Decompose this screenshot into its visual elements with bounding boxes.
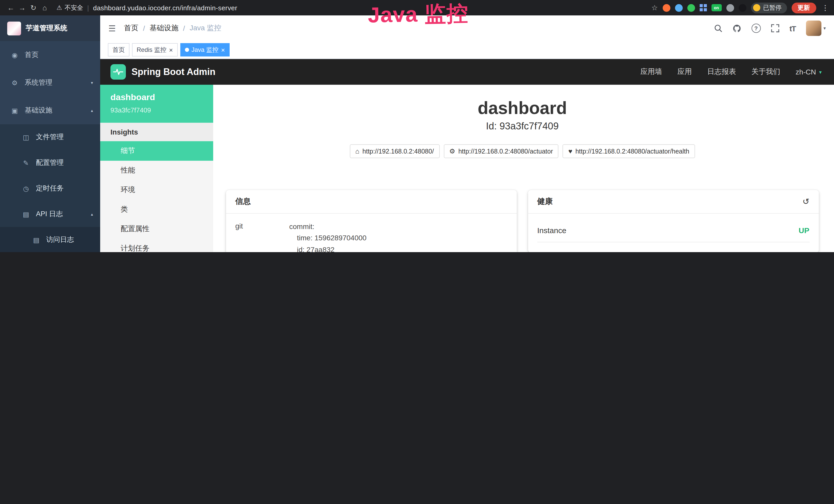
breadcrumb-home[interactable]: 首页 bbox=[124, 24, 138, 33]
sba-nav-journal[interactable]: 日志报表 bbox=[707, 67, 736, 76]
tab-label: Java 监控 bbox=[191, 45, 218, 54]
sidebar-item-api-log[interactable]: ▤ API 日志 ▴ bbox=[0, 201, 100, 227]
sidebar-item-system[interactable]: ⚙ 系统管理 ▾ bbox=[0, 69, 100, 96]
forward-icon[interactable]: → bbox=[17, 4, 28, 12]
close-icon[interactable]: × bbox=[169, 46, 173, 53]
breadcrumb: 首页 / 基础设施 / Java 监控 bbox=[124, 24, 221, 33]
instance-id: 93a3fc7f7409 bbox=[110, 106, 203, 114]
monitor-icon: ▣ bbox=[10, 107, 19, 114]
extension-grid-icon[interactable] bbox=[699, 4, 707, 11]
font-size-icon[interactable]: tT bbox=[790, 24, 796, 32]
active-dot bbox=[185, 48, 189, 52]
chevron-up-icon: ▴ bbox=[91, 108, 93, 113]
browser-menu-icon[interactable]: ⋮ bbox=[822, 4, 829, 12]
fullscreen-icon[interactable] bbox=[771, 24, 779, 32]
tab-home[interactable]: 首页 bbox=[108, 43, 129, 56]
back-icon[interactable]: ← bbox=[5, 4, 17, 12]
sidebar-item-label: 系统管理 bbox=[25, 78, 52, 87]
update-button[interactable]: 更新 bbox=[791, 2, 816, 13]
warning-icon: ⚠ bbox=[57, 4, 62, 11]
sba-item-metrics[interactable]: 性能 bbox=[100, 161, 213, 180]
extension-on-badge[interactable]: on bbox=[711, 4, 722, 11]
tab-redis-monitor[interactable]: Redis 监控 × bbox=[132, 43, 177, 56]
app-logo[interactable]: 芋道管理系统 bbox=[0, 16, 100, 41]
security-label[interactable]: 不安全 bbox=[65, 3, 83, 12]
health-card: 健康 ↺ Instance UP bbox=[528, 190, 819, 252]
instance-name: dashboard bbox=[110, 92, 203, 103]
sba-sidebar: dashboard 93a3fc7f7409 Insights 细节 性能 环境… bbox=[100, 85, 213, 252]
app-sidebar: 芋道管理系统 ◉ 首页 ⚙ 系统管理 ▾ ▣ 基础设施 ▴ ◫ bbox=[0, 16, 100, 252]
app-title: 芋道管理系统 bbox=[26, 24, 67, 33]
sidebar-item-label: API 日志 bbox=[36, 209, 63, 219]
search-icon[interactable] bbox=[714, 24, 722, 32]
insights-items: 细节 性能 环境 类 配置属性 计划任务 bbox=[100, 141, 213, 252]
sidebar-item-label: 定时任务 bbox=[36, 184, 64, 193]
tab-java-monitor[interactable]: Java 监控 × bbox=[180, 43, 229, 56]
user-avatar[interactable]: ▾ bbox=[806, 21, 826, 36]
tags-view: 首页 Redis 监控 × Java 监控 × bbox=[100, 41, 834, 59]
breadcrumb-separator: / bbox=[183, 24, 185, 32]
sidebar-item-file-manage[interactable]: ◫ 文件管理 bbox=[0, 124, 100, 150]
sidebar-item-scheduled-job[interactable]: ◷ 定时任务 bbox=[0, 176, 100, 201]
history-icon[interactable]: ↺ bbox=[803, 197, 809, 206]
browser-actions: ☆ on 已暂停 更新 ⋮ bbox=[651, 2, 829, 13]
bookmark-star-icon[interactable]: ☆ bbox=[651, 4, 658, 12]
sba-item-classes[interactable]: 类 bbox=[100, 200, 213, 219]
gear-icon: ⚙ bbox=[10, 79, 19, 87]
github-icon[interactable] bbox=[732, 24, 741, 32]
sba-item-scheduledtasks[interactable]: 计划任务 bbox=[100, 239, 213, 252]
sidebar-item-home[interactable]: ◉ 首页 bbox=[0, 41, 100, 69]
instance-links: ⌂ http://192.168.0.2:48080/ ⚙ http://192… bbox=[226, 144, 818, 158]
sba-item-environment[interactable]: 环境 bbox=[100, 180, 213, 200]
hamburger-icon[interactable]: ☰ bbox=[100, 23, 124, 33]
sba-nav-wall[interactable]: 应用墙 bbox=[641, 67, 662, 76]
git-commit-line: commit: bbox=[289, 221, 507, 232]
actuator-url-link[interactable]: ⚙ http://192.168.0.2:48080/actuator bbox=[444, 144, 559, 158]
link-label: http://192.168.0.2:48080/actuator bbox=[458, 147, 553, 155]
sidebar-item-access-log[interactable]: ▤ 访问日志 bbox=[0, 227, 100, 252]
file-icon: ◫ bbox=[22, 133, 30, 141]
locale-selector[interactable]: zh-CN ▾ bbox=[796, 68, 822, 76]
sba-nav-applications[interactable]: 应用 bbox=[678, 67, 692, 76]
paused-badge[interactable]: 已暂停 bbox=[751, 2, 787, 13]
tab-label: Redis 监控 bbox=[137, 45, 167, 54]
sba-logo-icon bbox=[110, 64, 126, 79]
breadcrumb-infra[interactable]: 基础设施 bbox=[150, 24, 178, 33]
chevron-up-icon: ▴ bbox=[91, 212, 93, 216]
locale-label: zh-CN bbox=[796, 68, 816, 76]
extension-green-icon[interactable] bbox=[687, 4, 695, 12]
address-separator: | bbox=[87, 4, 89, 12]
health-url-link[interactable]: ♥ http://192.168.0.2:48080/actuator/heal… bbox=[563, 144, 695, 158]
sba-item-details[interactable]: 细节 bbox=[100, 141, 213, 161]
instance-header[interactable]: dashboard 93a3fc7f7409 bbox=[100, 85, 213, 123]
address-bar[interactable]: dashboard.yudao.iocoder.cn/infra/admin-s… bbox=[93, 4, 237, 12]
screen: ← → ↻ ⌂ ⚠ 不安全 | dashboard.yudao.iocoder.… bbox=[0, 0, 834, 252]
reload-icon[interactable]: ↻ bbox=[28, 4, 39, 12]
sidebar-item-config-manage[interactable]: ✎ 配置管理 bbox=[0, 150, 100, 176]
extension-drop-icon[interactable] bbox=[675, 4, 682, 12]
sba-brand-name: Spring Boot Admin bbox=[132, 67, 216, 77]
sidebar-item-infra[interactable]: ▣ 基础设施 ▴ bbox=[0, 96, 100, 124]
extension-paw-icon[interactable] bbox=[739, 4, 746, 12]
info-key: git bbox=[235, 221, 289, 252]
sidebar-nav: ◉ 首页 ⚙ 系统管理 ▾ ▣ 基础设施 ▴ ◫ 文件管理 bbox=[0, 41, 100, 252]
instance-subtitle: Id: 93a3fc7f7409 bbox=[226, 121, 818, 132]
sba-item-configprops[interactable]: 配置属性 bbox=[100, 219, 213, 239]
sidebar-item-label: 配置管理 bbox=[36, 158, 64, 167]
info-card-body: git commit: time: 1596289704000 id: 27aa… bbox=[226, 214, 517, 252]
edit-icon: ✎ bbox=[22, 159, 30, 167]
git-time-line: time: 1596289704000 bbox=[289, 232, 507, 244]
extension-leaf-icon[interactable] bbox=[726, 4, 734, 12]
chevron-down-icon: ▾ bbox=[91, 81, 93, 85]
close-icon[interactable]: × bbox=[221, 46, 225, 53]
extension-fox-icon[interactable] bbox=[662, 4, 670, 12]
help-icon[interactable]: ? bbox=[751, 24, 761, 33]
home-icon[interactable]: ⌂ bbox=[39, 4, 50, 12]
annotation-overlay: Java 监控 bbox=[368, 0, 469, 29]
link-label: http://192.168.0.2:48080/ bbox=[363, 147, 434, 155]
service-url-link[interactable]: ⌂ http://192.168.0.2:48080/ bbox=[350, 144, 439, 158]
sba-brand[interactable]: Spring Boot Admin bbox=[110, 64, 216, 79]
sba-nav-about[interactable]: 关于我们 bbox=[751, 67, 780, 76]
log-icon: ▤ bbox=[22, 210, 30, 218]
chevron-down-icon: ▾ bbox=[819, 69, 822, 75]
